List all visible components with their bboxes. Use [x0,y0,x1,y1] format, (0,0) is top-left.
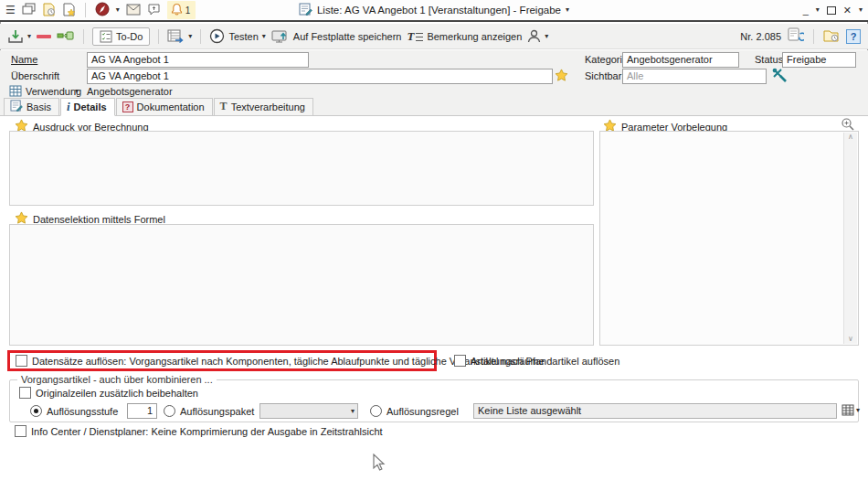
ueberschrift-label: Überschrift [11,70,59,81]
notification-bell[interactable]: 1 [167,1,196,19]
user-button[interactable]: ▾ [527,29,548,43]
tab-textverarbeitung-label: Textverarbeitung [231,101,305,112]
aufloesungspaket-radio[interactable] [164,405,175,417]
ausdruck-editor[interactable] [9,131,594,206]
chevron-down-icon[interactable]: ▾ [75,88,79,95]
tab-textverarbeitung[interactable]: T Textverarbeitung [214,98,313,115]
infocenter-label: Info Center / Dienstplaner: Keine Kompri… [31,426,383,437]
tab-basis-label: Basis [26,101,51,112]
testen-button-label: Testen [228,31,258,42]
tab-basis[interactable]: Basis [4,98,59,115]
status-label: Status [755,54,783,65]
aufloesungsstufe-radio[interactable] [30,405,42,417]
list-view-button[interactable]: ▾ [167,29,192,44]
documentation-question-icon: ? [122,101,133,112]
ueberschrift-input[interactable]: AG VA Angebot 1 [87,69,553,84]
history-document-icon[interactable] [823,28,840,45]
compass-icon[interactable] [95,2,110,18]
chevron-down-icon[interactable]: ▾ [116,6,120,14]
tab-bar: Basis i Details ? Dokumentation T Textve… [0,98,868,116]
aufloesungspaket-option[interactable]: Auflösungspaket [164,405,254,417]
list-picker-button[interactable]: ▾ [842,404,860,416]
scroll-down-icon[interactable]: ∨ [848,336,853,343]
refresh-record-icon[interactable] [788,27,804,45]
cascade-windows-icon[interactable] [22,3,36,17]
mail-icon[interactable] [126,4,141,17]
show-remark-button[interactable]: T Bemerkung anzeigen [407,29,522,44]
aufloesungsregel-label: Auflösungsregel [386,406,459,417]
aufloesungsregel-option[interactable]: Auflösungsregel [370,405,459,417]
info-icon: i [67,100,70,114]
aufloesungsstufe-input[interactable]: 1 [127,403,157,419]
originalzeilen-option[interactable]: Originalzeilen zusätzlich beibehalten [19,387,198,399]
todo-button[interactable]: To-Do [92,27,150,46]
originalzeilen-checkbox[interactable] [19,387,31,399]
tab-details-label: Details [74,101,107,112]
vorgangsartikel-legend: Vorgangsartikel - auch über kombinieren … [17,374,217,385]
vorgangsartikel-groupbox: Vorgangsartikel - auch über kombinieren … [9,379,859,422]
notification-count: 1 [185,5,191,16]
chevron-down-icon[interactable]: ▾ [859,6,863,14]
chevron-down-icon[interactable]: ▾ [262,33,266,40]
kategorie-input[interactable]: Angebotsgenerator [622,52,739,68]
comment-flag-icon[interactable] [147,3,161,17]
todo-button-label: To-Do [116,31,143,42]
details-tab-content: Ausdruck vor Berechnung Datenselektion m… [0,116,868,491]
infocenter-checkbox[interactable] [15,425,26,437]
datenselektion-panel-label: Datenselektion mittels Formel [33,214,165,225]
status-input[interactable]: Freigabe [782,52,856,68]
aufloesungspaket-label: Auflösungspaket [180,406,254,417]
chevron-down-icon[interactable]: ▾ [545,33,548,40]
name-label[interactable]: Name [11,54,37,65]
aufloesungsregel-radio[interactable] [370,405,382,417]
mouse-cursor [373,454,386,475]
close-button[interactable]: ✕ [843,5,852,16]
sichtbar-fuer-input[interactable]: Alle [622,69,767,84]
aufloesungsstufe-option[interactable]: Auflösungsstufe [30,405,118,417]
parameter-list[interactable]: ∧ ∨ [599,131,859,346]
save-button[interactable]: ▾ [7,28,31,44]
verwendung-label[interactable]: Verwendung [26,86,81,97]
divider [200,29,201,44]
infocenter-option[interactable]: Info Center / Dienstplaner: Keine Kompri… [15,425,383,437]
remove-icon[interactable] [37,35,51,38]
scroll-up-icon[interactable]: ∧ [848,133,853,141]
divider [158,29,159,44]
chevron-down-icon[interactable]: ▾ [27,33,31,40]
application-window: ☰ ▾ 1 Liste: AG VA Angebot 1 [Veranstalt… [0,0,868,491]
show-remark-label: Bemerkung anzeigen [427,31,522,42]
record-header-form: Name AG VA Angebot 1 Kategorie Angebotsg… [0,50,868,98]
list-form-icon [299,3,312,17]
minimize-button[interactable]: _ [803,5,809,16]
chevron-down-icon[interactable]: ▾ [816,6,820,14]
pfandartikel-checkbox[interactable] [454,355,466,367]
maximize-button[interactable] [827,6,836,15]
favorite-star-icon[interactable] [555,69,568,84]
text-processing-icon: T [220,100,228,113]
pfandartikel-label: Artikel nach Pfandartikel auflösen [471,356,619,367]
parameter-scrollbar[interactable]: ∧ ∨ [843,133,857,344]
datenselektion-editor[interactable] [9,224,594,346]
document-favorite-icon[interactable] [62,3,76,18]
chevron-down-icon[interactable]: ▾ [566,6,569,14]
aufloesungspaket-select[interactable]: ▾ [259,403,358,419]
save-to-disk-label: Auf Festplatte speichern [293,31,402,42]
disconnect-plug-icon[interactable] [57,29,75,44]
tab-dokumentation[interactable]: ? Dokumentation [116,98,213,115]
document-history-icon[interactable] [42,3,56,18]
datensaetze-checkbox[interactable] [16,355,27,367]
help-button[interactable]: ? [846,29,861,44]
divider [813,29,814,44]
save-to-disk-button[interactable]: Auf Festplatte speichern [271,29,402,44]
record-number: Nr. 2.085 [740,31,781,42]
chevron-down-icon[interactable]: ▾ [188,33,192,40]
tab-details[interactable]: i Details [60,98,115,116]
name-input[interactable]: AG VA Angebot 1 [87,52,309,68]
pfandartikel-option[interactable]: Artikel nach Pfandartikel auflösen [454,355,619,367]
menu-icon[interactable]: ☰ [5,5,16,16]
divider [83,29,84,44]
testen-button[interactable]: Testen ▾ [209,28,265,44]
configure-tools-icon[interactable] [772,68,788,85]
title-bar: ☰ ▾ 1 Liste: AG VA Angebot 1 [Veranstalt… [0,0,868,22]
aufloesungsregel-input[interactable]: Keine Liste ausgewählt [473,403,837,419]
